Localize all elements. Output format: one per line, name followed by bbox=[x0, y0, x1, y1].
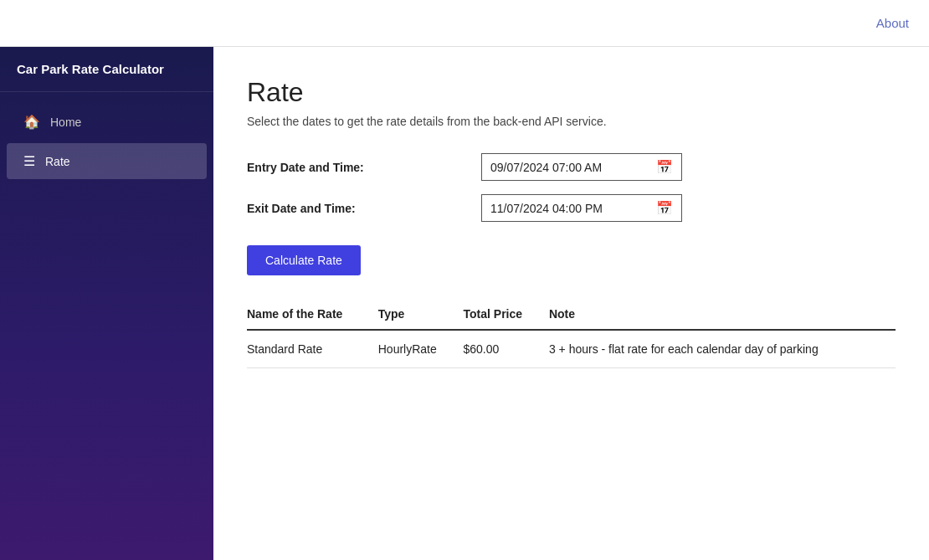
exit-date-row: Exit Date and Time: 11/07/2024 04:00 PM … bbox=[247, 194, 896, 222]
exit-date-input[interactable]: 11/07/2024 04:00 PM 📅 bbox=[481, 194, 682, 222]
sidebar: Car Park Rate Calculator 🏠 Home ☰ Rate bbox=[0, 47, 213, 560]
table-cell-total_price: $60.00 bbox=[464, 330, 549, 368]
entry-date-input[interactable]: 09/07/2024 07:00 AM 📅 bbox=[481, 153, 682, 181]
col-name: Name of the Rate bbox=[247, 299, 378, 330]
sidebar-item-rate-label: Rate bbox=[45, 155, 70, 168]
table-cell-type: HourlyRate bbox=[378, 330, 464, 368]
exit-date-value: 11/07/2024 04:00 PM bbox=[490, 202, 603, 215]
exit-date-label: Exit Date and Time: bbox=[247, 202, 481, 215]
page-subtitle: Select the dates to get the rate details… bbox=[247, 115, 896, 128]
entry-calendar-icon[interactable]: 📅 bbox=[656, 159, 673, 175]
entry-date-row: Entry Date and Time: 09/07/2024 07:00 AM… bbox=[247, 153, 896, 181]
sidebar-item-rate[interactable]: ☰ Rate bbox=[7, 143, 207, 179]
calculate-rate-button[interactable]: Calculate Rate bbox=[247, 245, 361, 275]
col-total-price: Total Price bbox=[464, 299, 549, 330]
table-row: Standard RateHourlyRate$60.003 + hours -… bbox=[247, 330, 896, 368]
sidebar-item-home-label: Home bbox=[50, 116, 81, 129]
table-cell-note: 3 + hours - flat rate for each calendar … bbox=[549, 330, 896, 368]
sidebar-nav: 🏠 Home ☰ Rate bbox=[0, 92, 213, 191]
sidebar-title: Car Park Rate Calculator bbox=[0, 47, 213, 92]
top-header: About bbox=[0, 0, 929, 47]
form-section: Entry Date and Time: 09/07/2024 07:00 AM… bbox=[247, 153, 896, 222]
entry-date-value: 09/07/2024 07:00 AM bbox=[490, 161, 602, 174]
col-note: Note bbox=[549, 299, 896, 330]
home-icon: 🏠 bbox=[23, 114, 40, 130]
layout: Car Park Rate Calculator 🏠 Home ☰ Rate R… bbox=[0, 47, 929, 560]
exit-calendar-icon[interactable]: 📅 bbox=[656, 200, 673, 216]
entry-date-label: Entry Date and Time: bbox=[247, 161, 481, 174]
page-title: Rate bbox=[247, 77, 896, 108]
sidebar-item-home[interactable]: 🏠 Home bbox=[7, 104, 207, 140]
table-cell-name: Standard Rate bbox=[247, 330, 378, 368]
results-table: Name of the Rate Type Total Price Note S… bbox=[247, 299, 896, 368]
col-type: Type bbox=[378, 299, 464, 330]
table-header-row: Name of the Rate Type Total Price Note bbox=[247, 299, 896, 330]
rate-icon: ☰ bbox=[23, 153, 35, 169]
main-content: Rate Select the dates to get the rate de… bbox=[213, 47, 929, 560]
about-link[interactable]: About bbox=[876, 16, 909, 30]
